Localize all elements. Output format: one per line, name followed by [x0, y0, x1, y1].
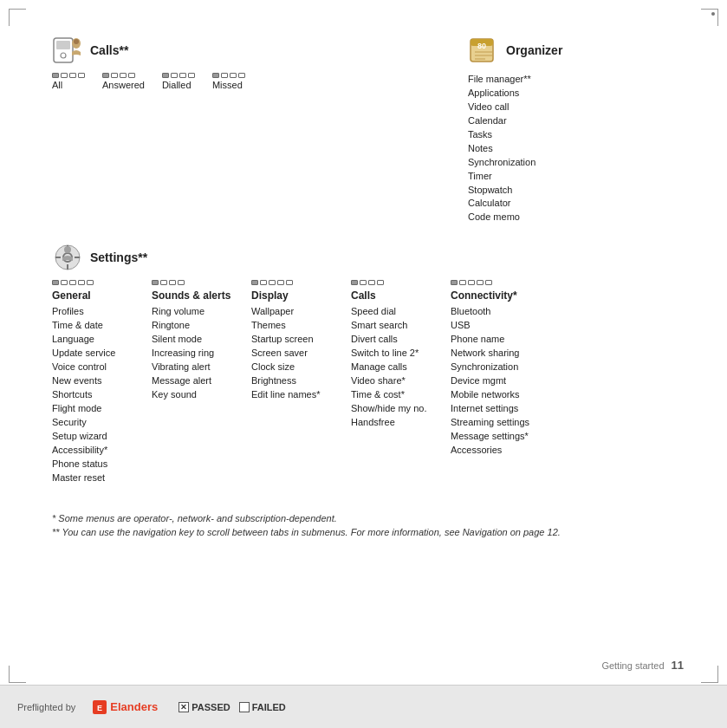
settings-icon — [52, 242, 83, 273]
col-item: Accessibility* — [52, 444, 143, 458]
col-bar — [377, 280, 384, 285]
col-item: Profiles — [52, 305, 143, 319]
tab-bar — [102, 73, 109, 78]
col-bar — [69, 280, 76, 285]
organizer-item: Stopwatch — [468, 184, 562, 198]
col-item: Update service — [52, 347, 143, 361]
col-item: Edit line names* — [251, 388, 342, 402]
tab-bar — [221, 73, 228, 78]
organizer-header: 80 Organizer — [468, 35, 562, 66]
organizer-item: Calendar — [468, 114, 562, 128]
organizer-item: File manager** — [468, 73, 562, 87]
tab-bars-2 — [162, 73, 195, 78]
col-item: Switch to line 2* — [351, 347, 442, 361]
col-bar — [459, 280, 466, 285]
calls-section: Calls** AllAnsweredDialledMissed — [52, 35, 416, 224]
preflight-spacer — [86, 702, 88, 712]
calls-tabs-row: AllAnsweredDialledMissed — [52, 73, 416, 90]
col-bar — [61, 280, 68, 285]
settings-col-connectivity-: Connectivity*BluetoothUSBPhone nameNetwo… — [451, 280, 563, 484]
col-item: Ring volume — [152, 305, 243, 319]
col-bar — [251, 280, 258, 285]
col-title: Connectivity* — [451, 289, 555, 302]
calls-tab-missed[interactable]: Missed — [212, 73, 245, 90]
col-item: Accessories — [451, 444, 555, 458]
tab-bar — [171, 73, 178, 78]
settings-col-calls: CallsSpeed dialSmart searchDivert callsS… — [351, 280, 451, 484]
col-bar — [477, 280, 484, 285]
organizer-icon-svg: 80 — [468, 35, 499, 66]
col-item: Video share* — [351, 374, 442, 388]
svg-point-13 — [64, 246, 71, 253]
col-item: Brightness — [251, 374, 342, 388]
col-bar — [52, 280, 59, 285]
settings-col-display: DisplayWallpaperThemesStartup screenScre… — [251, 280, 351, 484]
col-item: Device mgmt — [451, 374, 555, 388]
main-content: Calls** AllAnsweredDialledMissed 80 — [52, 35, 692, 676]
col-title: Sounds & alerts — [152, 289, 243, 302]
calls-icon-svg — [52, 35, 83, 66]
col-item: Mobile networks — [451, 388, 555, 402]
tab-bar — [52, 73, 59, 78]
organizer-item: Notes — [468, 142, 562, 156]
footnotes: * Some menus are operator-, network- and… — [52, 511, 692, 540]
calls-tab-answered[interactable]: Answered — [102, 73, 145, 90]
col-item: New events — [52, 374, 143, 388]
col-bar — [360, 280, 367, 285]
settings-header: Settings** — [52, 242, 692, 273]
col-bar — [152, 280, 159, 285]
failed-checkbox — [239, 702, 250, 712]
col-tab-bars — [152, 280, 243, 285]
col-bar — [468, 280, 475, 285]
col-item: Themes — [251, 319, 342, 333]
corner-mark-tl — [9, 9, 26, 26]
col-item: Key sound — [152, 388, 243, 402]
tab-bar — [162, 73, 169, 78]
organizer-icon: 80 — [468, 35, 499, 66]
col-header: Sounds & alerts — [152, 280, 243, 302]
tab-bars-0 — [52, 73, 85, 78]
col-items-list: Ring volumeRingtoneSilent modeIncreasing… — [152, 305, 243, 402]
passed-label: PASSED — [191, 702, 230, 712]
col-item: Security — [52, 416, 143, 430]
col-item: Time & cost* — [351, 388, 442, 402]
calls-tab-dialled[interactable]: Dialled — [162, 73, 195, 90]
tab-bar — [230, 73, 237, 78]
top-section: Calls** AllAnsweredDialledMissed 80 — [52, 35, 692, 224]
col-item: Shortcuts — [52, 388, 143, 402]
col-items-list: WallpaperThemesStartup screenScreen save… — [251, 305, 342, 402]
col-item: Divert calls — [351, 333, 442, 347]
col-bar — [87, 280, 94, 285]
organizer-title: Organizer — [506, 43, 562, 57]
corner-mark-bl — [9, 666, 26, 683]
svg-text:E: E — [97, 704, 102, 712]
tab-label: All — [52, 80, 62, 90]
tab-bar — [111, 73, 118, 78]
tab-bar — [238, 73, 245, 78]
col-item: Time & date — [52, 319, 143, 333]
settings-col-general: GeneralProfilesTime & dateLanguageUpdate… — [52, 280, 152, 484]
col-bar — [451, 280, 458, 285]
col-tab-bars — [451, 280, 555, 285]
col-item: Manage calls — [351, 361, 442, 374]
settings-title: Settings** — [90, 250, 147, 264]
tab-label: Dialled — [162, 80, 191, 90]
organizer-item: Applications — [468, 87, 562, 101]
col-item: Voice control — [52, 361, 143, 374]
col-bar — [286, 280, 293, 285]
col-item: Wallpaper — [251, 305, 342, 319]
col-tab-bars — [251, 280, 342, 285]
page-number-area: Getting started 11 — [601, 659, 684, 672]
calls-tab-all[interactable]: All — [52, 73, 85, 90]
tab-bar — [69, 73, 76, 78]
col-bar — [169, 280, 176, 285]
col-item: Ringtone — [152, 319, 243, 333]
col-title: Display — [251, 289, 342, 302]
elanders-text: Elanders — [110, 700, 158, 713]
col-bar — [78, 280, 85, 285]
col-items-list: Speed dialSmart searchDivert callsSwitch… — [351, 305, 442, 429]
col-item: Speed dial — [351, 305, 442, 319]
tab-bars-1 — [102, 73, 135, 78]
footnote-line2: ** You can use the navigation key to scr… — [52, 525, 692, 540]
col-header: General — [52, 280, 143, 302]
